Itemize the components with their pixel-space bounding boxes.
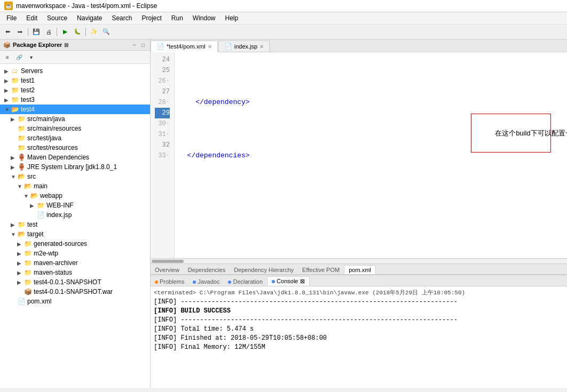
arrow-maven-deps: ▶ (11, 155, 17, 161)
toolbar-new-btn[interactable]: ✨ (89, 27, 99, 37)
toolbar-forward-btn[interactable]: ⮕ (14, 27, 25, 37)
arrow-test4: ▼ (4, 107, 11, 113)
tree-item-src-main-java[interactable]: ▶ 📁 src/main/java (0, 114, 150, 124)
sidebar-minimize-btn[interactable]: − (131, 41, 138, 49)
menu-edit[interactable]: Edit (22, 13, 42, 23)
tree-item-webapp[interactable]: ▼ 📂 webapp (0, 191, 150, 201)
menu-search[interactable]: Search (107, 13, 136, 23)
icon-m2e-wtp: 📁 (23, 249, 32, 258)
toolbar-back-btn[interactable]: ⬅ (2, 27, 13, 37)
tree-item-src-test-resources[interactable]: ▶ 📁 src/test/resources (0, 143, 150, 153)
label-test1: test1 (21, 77, 35, 84)
code-editor[interactable]: 24 25 26· 27 28· 29 30· 31· 32 33· </dep… (151, 52, 567, 258)
menu-source[interactable]: Source (43, 13, 72, 23)
tree-item-jre-system[interactable]: ▶ 🏺 JRE System Library [jdk1.8.0_1 (0, 162, 150, 172)
tree-item-src-test-java[interactable]: ▶ 📁 src/test/java (0, 133, 150, 143)
console-tab-console[interactable]: Console ⊠ (267, 276, 309, 286)
tree-item-test1[interactable]: ▶ 📁 test1 (0, 76, 150, 85)
tree-item-maven-dependencies[interactable]: ▶ 🏺 Maven Dependencies (0, 153, 150, 162)
menu-navigate[interactable]: Navigate (73, 13, 106, 23)
icon-test4: 📂 (11, 105, 19, 114)
console-tab-problems[interactable]: Problems (151, 277, 188, 286)
tree-item-src-main-resources[interactable]: ▶ 📁 src/main/resources (0, 124, 150, 133)
tree-item-test4[interactable]: ▼ 📂 test4 (0, 105, 150, 114)
console-output: <terminated> C:\Program Files\Java\jdk1.… (151, 286, 567, 388)
toolbar-save-btn[interactable]: 💾 (31, 27, 42, 37)
tab-index-jsp-label: index.jsp (234, 43, 257, 50)
arrow-servers: ▶ (4, 68, 11, 74)
code-content[interactable]: </dependency> </dependencies> <build> (175, 52, 567, 258)
console-line-5: [INFO] Final Memory: 12M/155M (154, 343, 564, 352)
label-servers: Servers (21, 67, 43, 75)
line-num-27: 27 (155, 86, 170, 97)
sidebar-menu-btn[interactable]: ▾ (26, 52, 36, 62)
sidebar-collapse-btn[interactable]: ≡ (2, 52, 13, 62)
pom-xml-bottom-section: Overview Dependencies Dependency Hierarc… (151, 263, 567, 275)
icon-test1: 📁 (11, 76, 19, 85)
label-target: target (27, 230, 44, 238)
tree-item-test4-snapshot[interactable]: ▶ 📁 test4-0.0.1-SNAPSHOT (0, 277, 150, 287)
sidebar-maximize-btn[interactable]: □ (139, 41, 147, 49)
tab-index-jsp-close[interactable]: ✕ (259, 44, 264, 50)
pom-tab-overview[interactable]: Overview (151, 266, 184, 274)
menu-window[interactable]: Window (188, 13, 220, 23)
tree-item-test2[interactable]: ▶ 📁 test2 (0, 85, 150, 95)
tree-item-pom-xml[interactable]: ▶ 📄 pom.xml (0, 297, 150, 306)
scrollbar-thumb[interactable] (152, 260, 184, 263)
tree-item-test[interactable]: ▶ 📁 test (0, 220, 150, 229)
package-explorer-tree[interactable]: ▶ 🗂 Servers ▶ 📁 test1 ▶ 📁 test2 ▶ (0, 64, 150, 388)
pom-tab-dependencies[interactable]: Dependencies (184, 266, 230, 274)
toolbar-debug-btn[interactable]: 🐛 (72, 27, 83, 37)
tab-pom-xml[interactable]: 📄 *test4/pom.xml ✕ (151, 41, 218, 52)
tree-item-index-jsp[interactable]: ▶ 📄 index.jsp (0, 210, 150, 220)
tree-item-webinf[interactable]: ▶ 📁 WEB-INF (0, 201, 150, 210)
arrow-src-main-java: ▶ (11, 116, 17, 122)
tree-item-test3[interactable]: ▶ 📁 test3 (0, 95, 150, 105)
declaration-dot (228, 281, 231, 284)
toolbar-run-btn[interactable]: ▶ (60, 27, 70, 37)
pom-tab-dependency-hierarchy[interactable]: Dependency Hierarchy (230, 266, 298, 274)
tree-item-maven-archiver[interactable]: ▶ 📁 maven-archiver (0, 258, 150, 268)
icon-src: 📂 (17, 172, 26, 181)
problems-dot (155, 281, 158, 284)
arrow-test3: ▶ (4, 97, 11, 103)
line-num-31: 31· (155, 129, 170, 140)
tab-pom-xml-close[interactable]: ✕ (208, 44, 212, 50)
tree-item-servers[interactable]: ▶ 🗂 Servers (0, 66, 150, 76)
toolbar-print-btn[interactable]: 🖨 (43, 27, 54, 37)
console-tab-declaration[interactable]: Declaration (224, 277, 267, 286)
menu-file[interactable]: File (2, 13, 21, 23)
line-num-25: 25 (155, 65, 170, 76)
tree-item-src[interactable]: ▼ 📂 src (0, 172, 150, 181)
arrow-jre-system: ▶ (11, 164, 17, 170)
console-tab-bar: Problems Javadoc Declaration Console ⊠ (151, 275, 567, 286)
icon-jre-system: 🏺 (17, 163, 26, 171)
tree-item-generated-sources[interactable]: ▶ 📁 generated-sources (0, 239, 150, 249)
editor-area: 📄 *test4/pom.xml ✕ 📄 index.jsp ✕ 24 25 2… (151, 39, 567, 388)
menu-project[interactable]: Project (137, 13, 166, 23)
tree-item-m2e-wtp[interactable]: ▶ 📁 m2e-wtp (0, 249, 150, 258)
tree-item-target[interactable]: ▼ 📂 target (0, 229, 150, 239)
sidebar-title-label: Package Explorer (13, 42, 62, 48)
title-bar: ☕ mavenworkspace - Java - test4/pom.xml … (0, 0, 567, 12)
tree-item-test4-snapshot-war[interactable]: ▶ 📦 test4-0.0.1-SNAPSHOT.war (0, 287, 150, 297)
line-num-28: 28· (155, 97, 170, 108)
console-tab-javadoc[interactable]: Javadoc (188, 277, 224, 286)
tab-index-jsp[interactable]: 📄 index.jsp ✕ (218, 41, 270, 52)
horizontal-scrollbar[interactable] (151, 258, 567, 263)
toolbar-search-btn[interactable]: 🔍 (101, 27, 112, 37)
label-webinf: WEB-INF (46, 202, 74, 209)
sidebar-link-btn[interactable]: 🔗 (14, 52, 25, 62)
tag-25: </dependencies> (187, 150, 250, 161)
arrow-pom-xml: ▶ (11, 299, 17, 305)
code-line-24: </dependency> (179, 97, 563, 108)
menu-help[interactable]: Help (221, 13, 243, 23)
pom-tab-pom-xml[interactable]: pom.xml (344, 265, 376, 274)
pom-xml-tab-bar: Overview Dependencies Dependency Hierarc… (151, 264, 567, 275)
tab-index-jsp-icon: 📄 (224, 43, 232, 50)
menu-run[interactable]: Run (167, 13, 187, 23)
tree-item-main[interactable]: ▼ 📂 main (0, 181, 150, 191)
tree-item-maven-status[interactable]: ▶ 📁 maven-status (0, 268, 150, 277)
pom-tab-effective-pom[interactable]: Effective POM (298, 266, 344, 274)
label-test4: test4 (21, 106, 35, 113)
